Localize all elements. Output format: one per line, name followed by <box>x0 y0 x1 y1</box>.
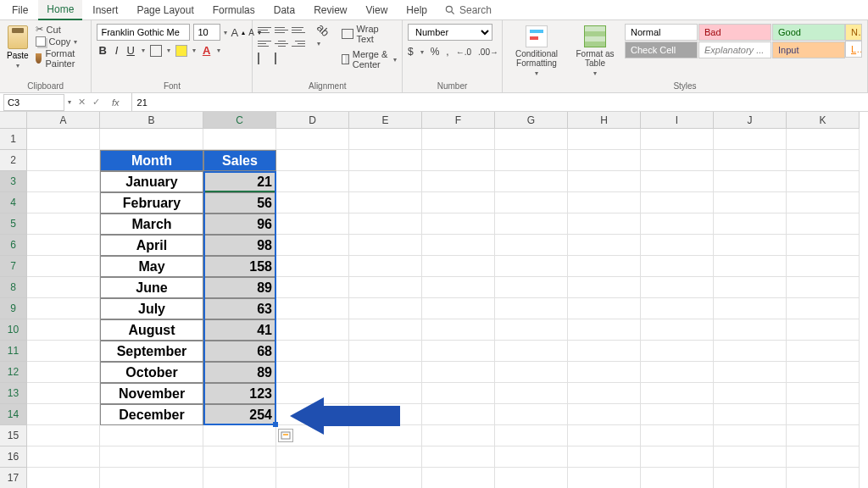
cell-K17[interactable] <box>787 468 860 488</box>
cut-button[interactable]: ✂Cut <box>36 24 86 35</box>
cell-K10[interactable] <box>787 319 860 341</box>
cell-I13[interactable] <box>641 383 714 404</box>
align-top-button[interactable] <box>258 24 271 36</box>
cell-G10[interactable] <box>495 319 568 341</box>
decrease-indent-button[interactable] <box>258 53 271 64</box>
tab-help[interactable]: Help <box>398 1 436 19</box>
column-header-B[interactable]: B <box>100 112 203 129</box>
cell-B14[interactable]: December <box>100 404 203 425</box>
cell-F13[interactable] <box>422 383 495 404</box>
style-input[interactable]: Input <box>772 42 845 58</box>
cell-D1[interactable] <box>276 129 349 150</box>
cell-D9[interactable] <box>276 298 349 319</box>
column-header-K[interactable]: K <box>787 112 860 129</box>
cell-C6[interactable]: 98 <box>203 235 276 256</box>
cell-I7[interactable] <box>641 256 714 277</box>
row-header-8[interactable]: 8 <box>0 277 27 298</box>
cell-K6[interactable] <box>787 235 860 256</box>
row-header-7[interactable]: 7 <box>0 256 27 277</box>
cell-I11[interactable] <box>641 341 714 362</box>
row-header-6[interactable]: 6 <box>0 235 27 256</box>
format-painter-button[interactable]: Format Painter <box>36 48 86 69</box>
cell-J2[interactable] <box>714 150 787 171</box>
column-header-J[interactable]: J <box>714 112 787 129</box>
row-header-13[interactable]: 13 <box>0 383 27 404</box>
cell-C3[interactable]: 21 <box>203 171 276 192</box>
border-button[interactable] <box>150 45 162 57</box>
cell-D6[interactable] <box>276 235 349 256</box>
fill-handle[interactable] <box>273 422 278 427</box>
tab-page-layout[interactable]: Page Layout <box>128 1 202 19</box>
cell-F17[interactable] <box>422 468 495 488</box>
cell-F12[interactable] <box>422 362 495 383</box>
cell-C11[interactable]: 68 <box>203 341 276 362</box>
font-size-input[interactable] <box>193 24 220 41</box>
cell-B17[interactable] <box>100 468 203 488</box>
cell-B16[interactable] <box>100 446 203 468</box>
cell-B15[interactable] <box>100 425 203 446</box>
cell-J1[interactable] <box>714 129 787 150</box>
column-header-F[interactable]: F <box>422 112 495 129</box>
align-right-button[interactable] <box>292 37 305 49</box>
cell-H15[interactable] <box>568 425 641 446</box>
cell-E11[interactable] <box>349 341 422 362</box>
cell-J8[interactable] <box>714 277 787 298</box>
currency-button[interactable]: $ <box>408 46 414 58</box>
cell-E16[interactable] <box>349 446 422 468</box>
currency-dropdown-icon[interactable]: ▾ <box>420 48 424 56</box>
cell-G6[interactable] <box>495 235 568 256</box>
cell-A6[interactable] <box>27 235 100 256</box>
cell-A13[interactable] <box>27 383 100 404</box>
cell-F8[interactable] <box>422 277 495 298</box>
font-color-dropdown-icon[interactable]: ▾ <box>217 47 220 54</box>
cell-K12[interactable] <box>787 362 860 383</box>
cell-D17[interactable] <box>276 468 349 488</box>
cell-G16[interactable] <box>495 446 568 468</box>
cell-C14[interactable]: 254 <box>203 404 276 425</box>
cell-A3[interactable] <box>27 171 100 192</box>
underline-dropdown-icon[interactable]: ▾ <box>142 47 145 54</box>
cell-F11[interactable] <box>422 341 495 362</box>
cell-K3[interactable] <box>787 171 860 192</box>
cell-J12[interactable] <box>714 362 787 383</box>
row-header-11[interactable]: 11 <box>0 341 27 362</box>
style-good[interactable]: Good <box>772 24 845 41</box>
increase-decimal-button[interactable]: ←.0 <box>456 47 471 57</box>
tab-formulas[interactable]: Formulas <box>204 1 264 19</box>
cell-A14[interactable] <box>27 404 100 425</box>
cell-B11[interactable]: September <box>100 341 203 362</box>
cell-E2[interactable] <box>349 150 422 171</box>
select-all-corner[interactable] <box>0 112 27 129</box>
style-neutral[interactable]: Ne <box>845 24 862 41</box>
tab-file[interactable]: File <box>3 1 36 19</box>
cell-F1[interactable] <box>422 129 495 150</box>
cell-K9[interactable] <box>787 298 860 319</box>
cell-K16[interactable] <box>787 446 860 468</box>
format-as-table-button[interactable]: Format as Table▾ <box>570 24 620 79</box>
cf-dropdown-icon[interactable]: ▾ <box>535 69 538 77</box>
cell-B7[interactable]: May <box>100 256 203 277</box>
cell-I8[interactable] <box>641 277 714 298</box>
row-header-15[interactable]: 15 <box>0 425 27 446</box>
cell-B6[interactable]: April <box>100 235 203 256</box>
cell-H9[interactable] <box>568 298 641 319</box>
cell-H2[interactable] <box>568 150 641 171</box>
cell-H17[interactable] <box>568 468 641 488</box>
cell-E4[interactable] <box>349 192 422 214</box>
cell-G12[interactable] <box>495 362 568 383</box>
cell-B13[interactable]: November <box>100 383 203 404</box>
cell-K11[interactable] <box>787 341 860 362</box>
cell-J4[interactable] <box>714 192 787 214</box>
cell-I3[interactable] <box>641 171 714 192</box>
cell-J14[interactable] <box>714 404 787 425</box>
cell-I1[interactable] <box>641 129 714 150</box>
tab-home[interactable]: Home <box>38 0 82 20</box>
enter-button[interactable]: ✓ <box>92 97 100 108</box>
cell-K8[interactable] <box>787 277 860 298</box>
cell-styles-gallery[interactable]: Normal Bad Good Check Cell Explanatory .… <box>625 24 845 58</box>
orientation-dropdown-icon[interactable]: ▾ <box>317 40 320 47</box>
cell-K1[interactable] <box>787 129 860 150</box>
cell-J7[interactable] <box>714 256 787 277</box>
column-header-D[interactable]: D <box>276 112 349 129</box>
cell-I17[interactable] <box>641 468 714 488</box>
